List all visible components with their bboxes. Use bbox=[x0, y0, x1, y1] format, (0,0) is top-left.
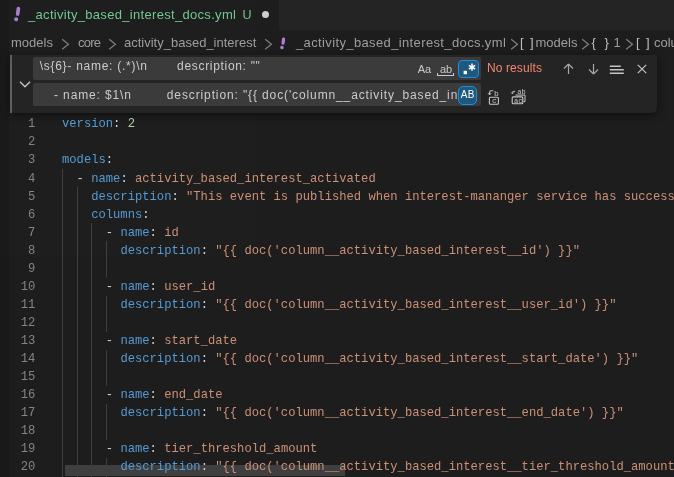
svg-text:ac: ac bbox=[514, 96, 522, 104]
svg-text:c: c bbox=[492, 95, 497, 104]
